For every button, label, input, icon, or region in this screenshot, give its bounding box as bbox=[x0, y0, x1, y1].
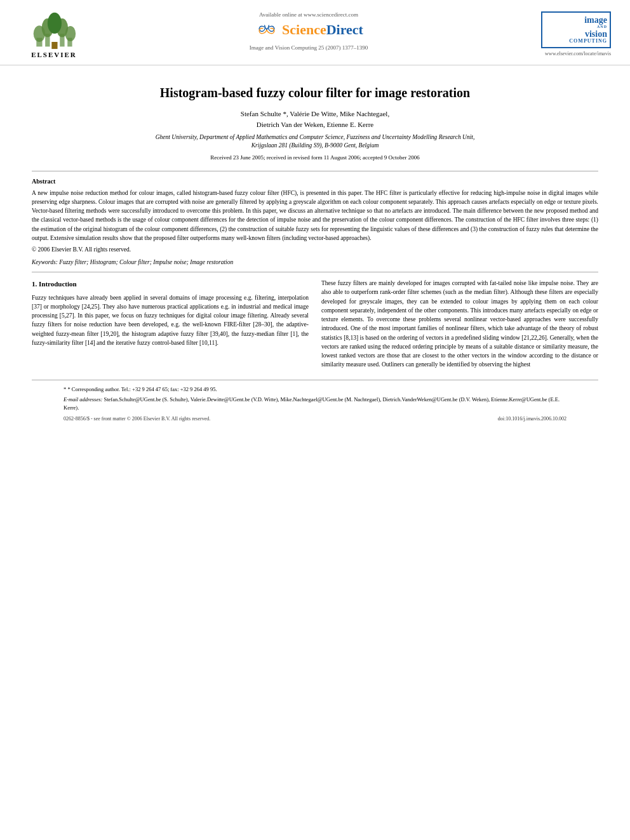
page: ELSEVIER Available online at www.science… bbox=[0, 0, 630, 840]
affiliation-line1: Ghent University, Department of Applied … bbox=[156, 134, 475, 140]
svg-point-7 bbox=[65, 26, 76, 41]
svg-rect-9 bbox=[51, 42, 57, 49]
copyright: © 2006 Elsevier B.V. All rights reserved… bbox=[32, 246, 598, 253]
doi-info: doi:10.1016/j.imavis.2006.10.002 bbox=[498, 416, 566, 422]
received-dates: Received 23 June 2005; received in revis… bbox=[32, 154, 598, 161]
affiliation: Ghent University, Department of Applied … bbox=[32, 133, 598, 150]
paper-title: Histogram-based fuzzy colour filter for … bbox=[32, 84, 598, 101]
sciencedirect-icon bbox=[254, 20, 279, 39]
abstract-text: A new impulse noise reduction method for… bbox=[32, 189, 598, 243]
header-center: Available online at www.sciencedirect.co… bbox=[89, 11, 528, 51]
elsevier-logo: ELSEVIER bbox=[19, 11, 89, 58]
header-right: image AND vision COMPUTING www.elsevier.… bbox=[528, 11, 611, 57]
sciencedirect-logo: ScienceDirect bbox=[254, 20, 363, 39]
column-left: 1. Introduction Fuzzy techniques have al… bbox=[32, 279, 309, 373]
affiliation-line2: Krijgslaan 281 (Building S9), B-9000 Gen… bbox=[251, 142, 379, 149]
bottom-info: 0262-8856/$ - see front matter © 2006 El… bbox=[64, 416, 566, 422]
keywords-values: Fuzzy filter; Histogram; Colour filter; … bbox=[59, 259, 233, 265]
intro-section-title: 1. Introduction bbox=[32, 279, 309, 290]
divider-top bbox=[32, 171, 598, 171]
section-title-text: Introduction bbox=[39, 280, 77, 288]
svg-point-8 bbox=[48, 13, 62, 34]
email-label: E-mail addresses: bbox=[64, 396, 102, 403]
issn-info: 0262-8856/$ - see front matter © 2006 El… bbox=[64, 416, 210, 422]
abstract-title: Abstract bbox=[32, 178, 598, 185]
email-footnote: E-mail addresses: Stefan.Schulte@UGent.b… bbox=[64, 396, 566, 412]
available-online-text: Available online at www.sciencedirect.co… bbox=[259, 11, 358, 18]
footer: * * Corresponding author. Tel.: +32 9 26… bbox=[32, 380, 598, 422]
divider-bottom bbox=[32, 272, 598, 272]
authors-line1: Stefan Schulte *, Valérie De Witte, Mike… bbox=[241, 110, 389, 117]
keywords-label: Keywords: bbox=[32, 259, 58, 265]
journal-info: Image and Vision Computing 25 (2007) 137… bbox=[250, 44, 368, 51]
corresponding-note: * * Corresponding author. Tel.: +32 9 26… bbox=[64, 385, 566, 394]
elsevier-tree-icon bbox=[32, 11, 76, 50]
column-right: These fuzzy filters are mainly developed… bbox=[321, 279, 598, 373]
authors-line2: Dietrich Van der Weken, Etienne E. Kerre bbox=[257, 121, 373, 128]
two-column-layout: 1. Introduction Fuzzy techniques have al… bbox=[32, 279, 598, 373]
intro-paragraph-left: Fuzzy techniques have already been appli… bbox=[32, 293, 309, 348]
authors: Stefan Schulte *, Valérie De Witte, Mike… bbox=[32, 109, 598, 130]
sciencedirect-text: ScienceDirect bbox=[282, 22, 363, 38]
elsevier-logo-section: ELSEVIER bbox=[19, 11, 89, 58]
email-values: Stefan.Schulte@UGent.be (S. Schulte), Va… bbox=[64, 396, 560, 411]
footnote-text: * Corresponding author. Tel.: +32 9 264 … bbox=[67, 386, 217, 392]
main-content: Histogram-based fuzzy colour filter for … bbox=[0, 65, 630, 434]
ivc-logo: image AND vision COMPUTING bbox=[541, 11, 611, 48]
keywords: Keywords: Fuzzy filter; Histogram; Colou… bbox=[32, 259, 598, 265]
intro-paragraph-right: These fuzzy filters are mainly developed… bbox=[321, 279, 598, 370]
header: ELSEVIER Available online at www.science… bbox=[0, 0, 630, 65]
section-number: 1. bbox=[32, 280, 37, 288]
website-url: www.elsevier.com/locate/imavis bbox=[545, 51, 611, 57]
abstract-section: Abstract A new impulse noise reduction m… bbox=[32, 178, 598, 253]
elsevier-label: ELSEVIER bbox=[31, 51, 77, 58]
